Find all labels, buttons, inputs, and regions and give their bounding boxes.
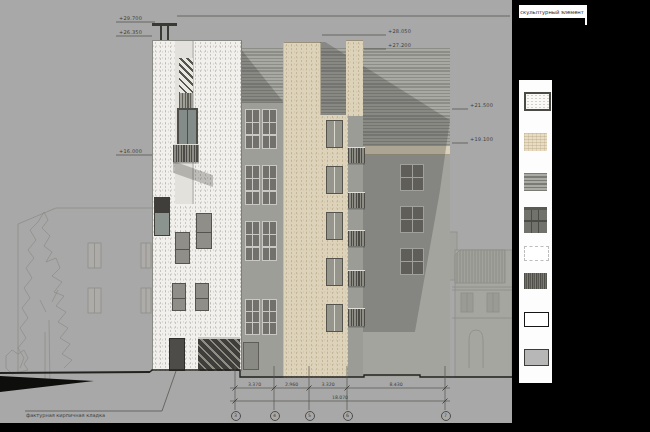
level-mark: +29.700	[119, 15, 142, 21]
level-mark: +21.500	[470, 102, 493, 108]
level-leader-lines	[25, 16, 510, 411]
white-plaster-swatch	[524, 312, 549, 327]
grid-axis-bubble: 6	[343, 411, 353, 421]
dimension-value: 2.960	[274, 382, 309, 387]
dimension-lines	[230, 366, 450, 410]
level-mark: +26.350	[119, 29, 142, 35]
grid-axis-bubble: 3	[231, 411, 241, 421]
dark-window-grid-swatch	[524, 207, 547, 233]
elevation-drawing-canvas: +29.700 +26.350 +16.000 +28.050 +27.200 …	[0, 0, 650, 432]
dimension-and-terrain-linework	[0, 0, 512, 423]
level-mark: +19.100	[470, 136, 493, 142]
dimension-total: 18.070	[235, 395, 445, 400]
dimension-value: 3.370	[235, 382, 274, 387]
dimension-value: 3.320	[309, 382, 347, 387]
material-note: фактурная кирпичная кладка	[26, 412, 105, 418]
callout-tick	[585, 5, 587, 25]
dashed-hidden-element-swatch	[524, 246, 549, 261]
material-legend-panel	[519, 80, 552, 383]
grid-axis-bubble: 7	[441, 411, 451, 421]
level-mark: +27.200	[388, 42, 411, 48]
white-textured-brick-swatch	[524, 92, 551, 111]
dark-streaked-finish-swatch	[524, 273, 547, 289]
beige-decorative-brick-swatch	[524, 133, 547, 151]
ribbed-horizontal-panel-swatch	[524, 173, 547, 191]
level-mark: +16.000	[119, 148, 142, 154]
grid-axis-bubble: 4	[270, 411, 280, 421]
gray-plaster-swatch	[524, 349, 549, 366]
grid-axis-bubble: 5	[305, 411, 315, 421]
sculpture-callout-label: скульптурный элемент	[519, 5, 585, 18]
terrain-line	[0, 370, 512, 392]
level-mark: +28.050	[388, 28, 411, 34]
dimension-value: 8.430	[347, 382, 445, 387]
